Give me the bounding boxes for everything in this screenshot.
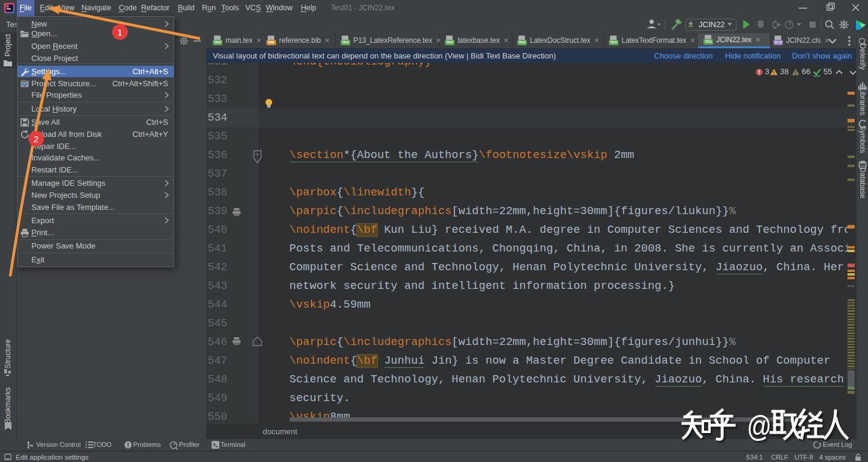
- svg-text:JCIN22: JCIN22: [699, 20, 725, 29]
